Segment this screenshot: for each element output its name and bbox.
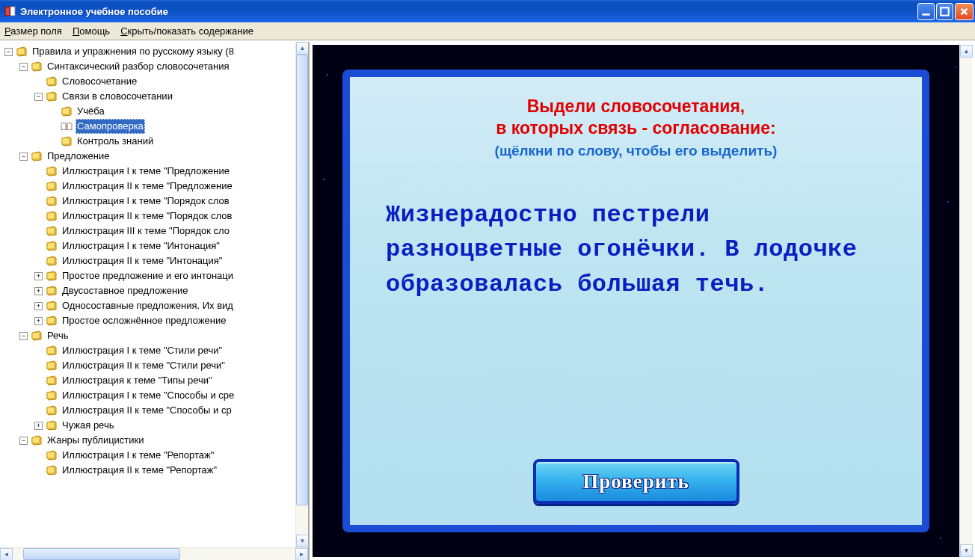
toc-tree[interactable]: −Правила и упражнения по русскому языку …: [0, 42, 308, 480]
tree-node-label[interactable]: Иллюстрация II к теме "Интонация": [61, 253, 224, 268]
tree-node-label[interactable]: Иллюстрация II к теме "Стили речи": [61, 358, 227, 373]
tree-node[interactable]: −Правила и упражнения по русскому языку …: [1, 44, 308, 59]
tree-node[interactable]: Иллюстрация I к теме "Предложение: [1, 164, 308, 179]
tree-node[interactable]: Иллюстрация I к теме "Интонация": [1, 239, 308, 253]
tree-spacer: [34, 78, 43, 86]
tree-node[interactable]: Иллюстрация II к теме "Интонация": [1, 253, 308, 268]
scroll-thumb[interactable]: [296, 55, 308, 505]
tree-node[interactable]: +Двусоставное предложение: [1, 283, 308, 298]
tree-node-label[interactable]: Речь: [46, 328, 70, 343]
tree-node-label[interactable]: Иллюстрация II к теме "Порядок слов: [61, 209, 233, 224]
tree-node-label[interactable]: Словосочетание: [61, 74, 138, 89]
tree-node-label[interactable]: Иллюстрация I к теме "Предложение: [61, 164, 231, 179]
book-icon: [46, 211, 58, 221]
scroll-up-icon[interactable]: ▲: [960, 45, 973, 58]
book-icon: [46, 241, 58, 251]
tree-node[interactable]: Иллюстрация к теме "Типы речи": [1, 373, 308, 388]
exercise-text[interactable]: Жизнерадостно пестрели разноцветные огон…: [380, 198, 892, 302]
tree-node-label[interactable]: Иллюстрация III к теме "Порядок сло: [61, 224, 231, 239]
tree-node[interactable]: Иллюстрация I к теме "Способы и сре: [1, 388, 308, 403]
tree-node[interactable]: Самопроверка: [1, 119, 308, 134]
tree-node-label[interactable]: Учёба: [76, 104, 106, 119]
tree-node-label[interactable]: Предложение: [46, 149, 111, 164]
collapse-icon[interactable]: −: [19, 153, 28, 161]
scroll-down-icon[interactable]: ▼: [296, 535, 308, 547]
scroll-right-icon[interactable]: ►: [295, 548, 308, 560]
collapse-icon[interactable]: −: [4, 48, 13, 56]
tree-node[interactable]: Иллюстрация III к теме "Порядок сло: [1, 224, 308, 239]
tree-node-label[interactable]: Иллюстрация I к теме "Стили речи": [61, 343, 224, 358]
tree-node-label[interactable]: Иллюстрация I к теме "Репортаж": [61, 448, 215, 463]
collapse-icon[interactable]: −: [19, 332, 28, 340]
expand-icon[interactable]: +: [34, 422, 43, 430]
minimize-button[interactable]: [917, 3, 935, 20]
book-icon: [46, 226, 58, 236]
tree-node[interactable]: Учёба: [1, 104, 308, 119]
scroll-down-icon[interactable]: ▼: [960, 544, 973, 557]
collapse-icon[interactable]: −: [34, 93, 43, 101]
tree-node-label[interactable]: Связи в словосочетании: [61, 89, 174, 104]
scroll-left-icon[interactable]: ◄: [0, 548, 13, 560]
tree-node[interactable]: −Речь: [1, 328, 308, 343]
tree-node-label[interactable]: Иллюстрация I к теме "Способы и сре: [61, 388, 236, 403]
tree-node[interactable]: +Односоставные предложения. Их вид: [1, 298, 308, 313]
tree-node[interactable]: +Простое осложнённое предложение: [1, 313, 308, 328]
content-vscrollbar[interactable]: ▲ ▼: [959, 45, 972, 557]
tree-node-label[interactable]: Иллюстрация I к теме "Порядок слов: [61, 194, 231, 209]
tree-node[interactable]: +Чужая речь: [1, 418, 308, 433]
tree-node[interactable]: −Предложение: [1, 149, 308, 164]
tree-node-label[interactable]: Иллюстрация II к теме "Предложение: [61, 179, 234, 194]
tree-node[interactable]: −Синтаксический разбор словосочетания: [1, 59, 308, 74]
tree-vscrollbar[interactable]: ▲ ▼: [295, 42, 308, 547]
tree-node-label[interactable]: Иллюстрация II к теме "Способы и ср: [61, 403, 233, 418]
exercise-hint: (щёлкни по слову, чтобы его выделить): [495, 143, 778, 159]
tree-node-label[interactable]: Контроль знаний: [76, 134, 155, 149]
tree-spacer: [49, 108, 58, 116]
tree-node-label[interactable]: Жанры публицистики: [46, 433, 146, 448]
menu-help[interactable]: Помощь: [73, 25, 110, 37]
tree-node-label[interactable]: Чужая речь: [61, 418, 115, 433]
expand-icon[interactable]: +: [34, 302, 43, 310]
tree-node[interactable]: Иллюстрация I к теме "Стили речи": [1, 343, 308, 358]
scroll-up-icon[interactable]: ▲: [296, 42, 308, 55]
check-button[interactable]: Проверить: [533, 459, 739, 504]
tree-node-label[interactable]: Иллюстрация к теме "Типы речи": [61, 373, 214, 388]
svg-rect-4: [66, 123, 67, 130]
tree-node-label[interactable]: Иллюстрация I к теме "Интонация": [61, 239, 221, 253]
tree-node[interactable]: −Жанры публицистики: [1, 433, 308, 448]
menu-field-size[interactable]: Размер поля: [4, 25, 62, 37]
tree-node-label[interactable]: Простое осложнённое предложение: [61, 313, 227, 328]
menu-toggle-toc[interactable]: Скрыть/показать содержание: [120, 25, 253, 37]
tree-node[interactable]: −Связи в словосочетании: [1, 89, 308, 104]
book-icon: [46, 465, 58, 476]
scroll-thumb[interactable]: [23, 548, 180, 560]
tree-node[interactable]: Иллюстрация II к теме "Репортаж": [1, 463, 308, 478]
tree-node-label[interactable]: Простое предложение и его интонаци: [61, 268, 235, 283]
expand-icon[interactable]: +: [34, 317, 43, 325]
tree-node-label[interactable]: Двусоставное предложение: [61, 283, 190, 298]
close-button[interactable]: [955, 3, 974, 20]
book-icon: [31, 435, 43, 446]
maximize-button[interactable]: [936, 3, 953, 20]
tree-node-label[interactable]: Правила и упражнения по русскому языку (…: [31, 44, 236, 59]
collapse-icon[interactable]: −: [19, 437, 28, 445]
tree-node-label[interactable]: Синтаксический разбор словосочетания: [46, 59, 231, 74]
tree-node[interactable]: Контроль знаний: [1, 134, 308, 149]
tree-node[interactable]: Иллюстрация I к теме "Репортаж": [1, 448, 308, 463]
tree-node[interactable]: Иллюстрация II к теме "Стили речи": [1, 358, 308, 373]
tree-node[interactable]: Иллюстрация II к теме "Предложение: [1, 179, 308, 194]
svg-rect-3: [941, 7, 948, 15]
tree-node[interactable]: Иллюстрация II к теме "Порядок слов: [1, 209, 308, 224]
expand-icon[interactable]: +: [34, 272, 43, 280]
tree-node-label[interactable]: Иллюстрация II к теме "Репортаж": [61, 463, 218, 478]
tree-node[interactable]: Словосочетание: [1, 74, 308, 89]
tree-hscrollbar[interactable]: ◄ ►: [0, 547, 308, 560]
expand-icon[interactable]: +: [34, 287, 43, 295]
tree-node[interactable]: Иллюстрация II к теме "Способы и ср: [1, 403, 308, 418]
tree-node[interactable]: +Простое предложение и его интонаци: [1, 268, 308, 283]
tree-node-label[interactable]: Односоставные предложения. Их вид: [61, 298, 235, 313]
book-icon: [46, 271, 58, 281]
tree-node-label[interactable]: Самопроверка: [76, 119, 145, 134]
tree-node[interactable]: Иллюстрация I к теме "Порядок слов: [1, 194, 308, 209]
collapse-icon[interactable]: −: [19, 63, 28, 71]
